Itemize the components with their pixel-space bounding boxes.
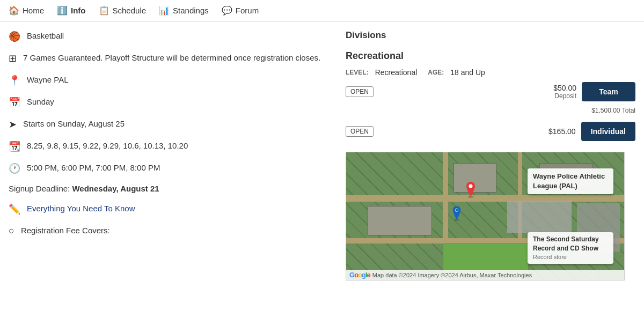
need-to-know-row[interactable]: ✏️ Everything You Need To Know — [9, 203, 335, 215]
left-column: 🏀 Basketball ⊞ 7 Games Guaranteed. Playo… — [9, 30, 335, 281]
sport-name: Basketball — [27, 30, 64, 42]
sport-row: 🏀 Basketball — [9, 30, 335, 42]
map-label-record-store: The Second Saturday Record and CD Show R… — [528, 232, 613, 264]
day-row: 📅 Sunday — [9, 96, 335, 108]
circle-icon: ○ — [9, 225, 14, 237]
map-pin-red-icon — [464, 182, 477, 198]
standings-icon: 📊 — [159, 5, 170, 16]
dates-text: 8.25, 9.8, 9.15, 9.22, 9.29, 10.6, 10.13… — [27, 140, 188, 152]
team-price-block: $50.00 Deposit — [553, 84, 576, 100]
google-attribution: Google Map data ©2024 Imagery ©2024 Airb… — [346, 270, 624, 280]
day-text: Sunday — [27, 96, 54, 108]
forum-icon: 💬 — [222, 5, 232, 16]
location-row: 📍 Wayne PAL — [9, 74, 335, 86]
team-deposit-label: Deposit — [553, 92, 576, 100]
games-info-text: 7 Games Guaranteed. Playoff Structure wi… — [23, 52, 320, 64]
age-value: 18 and Up — [450, 68, 485, 77]
svg-rect-4 — [456, 209, 458, 211]
home-icon: 🏠 — [9, 5, 19, 16]
dates-calendar-icon: 📆 — [9, 141, 20, 152]
right-column: Divisions Recreational LEVEL: Recreation… — [346, 30, 635, 281]
age-label: AGE: — [428, 69, 444, 76]
arrow-icon: ➤ — [9, 119, 17, 130]
times-row: 🕐 5:00 PM, 6:00 PM, 7:00 PM, 8:00 PM — [9, 162, 335, 174]
signup-deadline: Signup Deadline: Wednesday, August 21 — [9, 184, 335, 193]
divisions-title: Divisions — [346, 30, 635, 44]
basketball-icon: 🏀 — [9, 31, 20, 42]
level-value: Recreational — [375, 68, 418, 77]
schedule-icon: 📋 — [99, 5, 109, 16]
grid-icon: ⊞ — [9, 53, 17, 64]
level-age-row: LEVEL: Recreational AGE: 18 and Up — [346, 68, 635, 77]
division-name: Recreational — [346, 50, 635, 62]
division-section-recreational: Recreational LEVEL: Recreational AGE: 18… — [346, 50, 635, 141]
signup-date: Wednesday, August 21 — [72, 184, 159, 193]
starts-row: ➤ Starts on Sunday, August 25 — [9, 118, 335, 130]
calendar-icon: 📅 — [9, 97, 20, 108]
team-deposit-price: $50.00 — [553, 84, 576, 92]
individual-open-badge: OPEN — [346, 126, 374, 137]
pencil-icon: ✏️ — [9, 203, 20, 215]
clock-icon: 🕐 — [9, 163, 20, 174]
navigation: 🏠 Home ℹ️ Info 📋 Schedule 📊 Standings 💬 … — [0, 0, 644, 21]
location-icon: 📍 — [9, 75, 20, 86]
map-pin-blue-icon — [451, 206, 463, 221]
map-label-pal: Wayne Police Athletic League (PAL) — [528, 168, 613, 194]
times-text: 5:00 PM, 6:00 PM, 7:00 PM, 8:00 PM — [27, 162, 160, 174]
location-text: Wayne PAL — [27, 74, 69, 86]
google-logo: Google — [349, 271, 370, 279]
individual-register-button[interactable]: Individual — [581, 122, 635, 141]
nav-home[interactable]: 🏠 Home — [9, 5, 44, 16]
individual-registration-row: OPEN $165.00 Individual — [346, 122, 635, 141]
nav-schedule[interactable]: 📋 Schedule — [99, 5, 147, 16]
svg-point-1 — [469, 185, 473, 188]
map-aerial-bg: Wayne Police Athletic League (PAL) The S… — [346, 152, 624, 280]
team-open-badge: OPEN — [346, 86, 374, 97]
reg-fee-row: ○ Registration Fee Covers: — [9, 225, 335, 237]
individual-price: $165.00 — [548, 127, 576, 136]
starts-text: Starts on Sunday, August 25 — [23, 118, 125, 130]
team-total: $1,500.00 Total — [346, 107, 635, 114]
map-container[interactable]: Wayne Police Athletic League (PAL) The S… — [346, 152, 625, 281]
nav-info[interactable]: ℹ️ Info — [57, 5, 86, 16]
nav-standings[interactable]: 📊 Standings — [159, 5, 209, 16]
info-icon: ℹ️ — [57, 5, 68, 16]
need-to-know-link[interactable]: Everything You Need To Know — [27, 203, 135, 215]
dates-row: 📆 8.25, 9.8, 9.15, 9.22, 9.29, 10.6, 10.… — [9, 140, 335, 152]
team-register-button[interactable]: Team — [582, 82, 635, 101]
level-label: LEVEL: — [346, 69, 369, 76]
nav-forum[interactable]: 💬 Forum — [222, 5, 259, 16]
main-content: 🏀 Basketball ⊞ 7 Games Guaranteed. Playo… — [0, 21, 644, 289]
games-info-row: ⊞ 7 Games Guaranteed. Playoff Structure … — [9, 52, 335, 64]
team-registration-row: OPEN $50.00 Deposit Team — [346, 82, 635, 101]
reg-fee-text: Registration Fee Covers: — [21, 225, 110, 237]
